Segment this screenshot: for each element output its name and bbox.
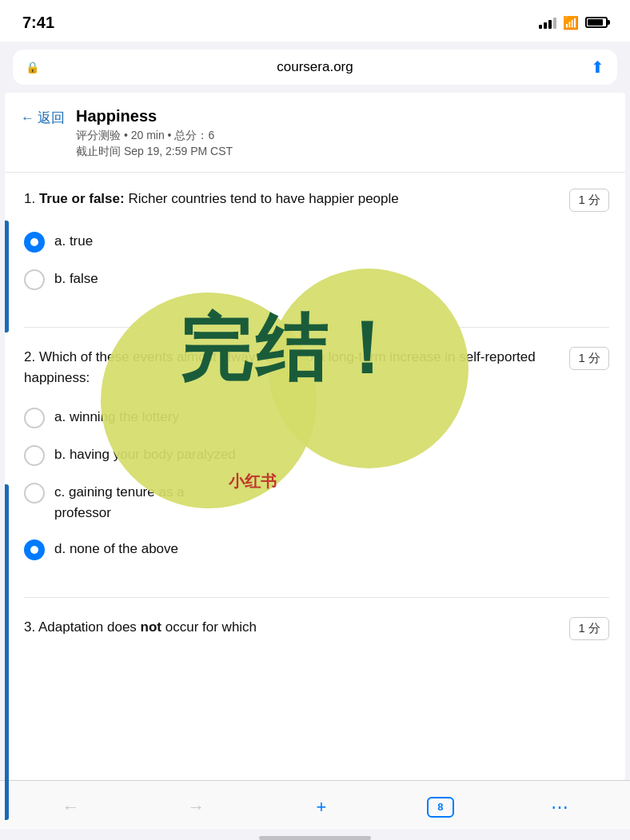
- wifi-icon: 📶: [563, 15, 579, 30]
- question-3-text: 3. Adaptation does not occur for which: [24, 617, 569, 638]
- radio-2c[interactable]: [24, 483, 45, 504]
- question-3-bold: not: [141, 619, 161, 635]
- question-1-bold: True or false:: [39, 191, 125, 206]
- radio-1a-inner: [30, 238, 38, 246]
- url-bar[interactable]: 🔒 coursera.org ⬆: [13, 50, 617, 85]
- browser-chrome: 🔒 coursera.org ⬆: [0, 42, 630, 93]
- share-icon[interactable]: ⬆: [591, 58, 604, 77]
- status-time: 7:41: [22, 14, 54, 32]
- question-1-text: 1. True or false: Richer countries tend …: [24, 189, 569, 209]
- question-3-before-bold: Adaptation does: [38, 619, 141, 635]
- nav-menu-button[interactable]: ⋯: [540, 791, 580, 823]
- option-2b-label: b. having your body paralyzed: [54, 444, 236, 465]
- browser-nav: ← → + 8 ⋯: [0, 780, 630, 830]
- question-2: 2. Which of these events almost always l…: [24, 347, 609, 568]
- page-content: ← 返回 Happiness 评分测验 • 20 min • 总分：6 截止时间…: [5, 93, 625, 780]
- option-2d-label: d. none of the above: [54, 539, 178, 559]
- question-3-number: 3.: [24, 619, 38, 635]
- radio-2b[interactable]: [24, 445, 45, 466]
- option-2b[interactable]: b. having your body paralyzed: [24, 436, 609, 474]
- option-2a-label: a. winning the lottery: [54, 407, 179, 428]
- signal-icon: [539, 16, 556, 29]
- question-2-header: 2. Which of these events almost always l…: [24, 347, 609, 388]
- status-icons: 📶: [539, 15, 608, 30]
- back-arrow-icon: ←: [21, 110, 34, 126]
- battery-icon: [585, 17, 608, 28]
- question-1-options: a. true b. false: [24, 223, 609, 298]
- quiz-deadline: 截止时间 Sep 19, 2:59 PM CST: [76, 145, 233, 159]
- question-1-rest: Richer countries tend to have happier pe…: [128, 191, 398, 206]
- radio-2d[interactable]: [24, 539, 45, 560]
- option-2c-label: c. gaining tenure as aprofessor: [54, 482, 185, 523]
- question-1-header: 1. True or false: Richer countries tend …: [24, 189, 609, 212]
- status-bar: 7:41 📶: [0, 0, 630, 42]
- question-3: 3. Adaptation does not occur for which 1…: [24, 617, 609, 640]
- option-2d[interactable]: d. none of the above: [24, 531, 609, 568]
- option-1a[interactable]: a. true: [24, 223, 609, 261]
- quiz-info: Happiness 评分测验 • 20 min • 总分：6 截止时间 Sep …: [76, 107, 233, 159]
- back-label: 返回: [38, 109, 65, 127]
- divider-1: [24, 327, 609, 328]
- question-3-after-bold: occur for which: [165, 619, 257, 635]
- home-indicator: [0, 830, 630, 840]
- url-text: coursera.org: [277, 59, 353, 75]
- option-1b[interactable]: b. false: [24, 261, 609, 298]
- question-2-number: 2.: [24, 349, 39, 364]
- option-1b-label: b. false: [54, 269, 98, 289]
- option-2a[interactable]: a. winning the lottery: [24, 399, 609, 436]
- nav-forward-button[interactable]: →: [176, 791, 216, 823]
- nav-back-button[interactable]: ←: [50, 791, 90, 823]
- question-3-header: 3. Adaptation does not occur for which 1…: [24, 617, 609, 640]
- quiz-header: ← 返回 Happiness 评分测验 • 20 min • 总分：6 截止时间…: [5, 93, 625, 173]
- question-3-score: 1 分: [569, 617, 609, 640]
- home-bar: [259, 836, 371, 840]
- option-2c[interactable]: c. gaining tenure as aprofessor: [24, 474, 609, 531]
- question-2-options: a. winning the lottery b. having your bo…: [24, 399, 609, 568]
- question-1-score: 1 分: [569, 189, 609, 212]
- questions-container: 1. True or false: Richer countries tend …: [5, 173, 625, 693]
- nav-new-tab-button[interactable]: +: [301, 791, 341, 823]
- radio-2d-inner: [30, 546, 38, 554]
- accent-bar-2: [5, 484, 9, 820]
- option-1a-label: a. true: [54, 231, 93, 252]
- radio-1a[interactable]: [24, 232, 45, 253]
- question-2-score: 1 分: [569, 347, 609, 370]
- question-2-text: 2. Which of these events almost always l…: [24, 347, 569, 388]
- divider-2: [24, 597, 609, 598]
- back-button[interactable]: ← 返回: [21, 109, 65, 127]
- radio-2a[interactable]: [24, 408, 45, 428]
- quiz-meta: 评分测验 • 20 min • 总分：6: [76, 129, 233, 143]
- quiz-title: Happiness: [76, 107, 233, 125]
- lock-icon: 🔒: [26, 61, 39, 74]
- question-1-number: 1.: [24, 191, 39, 206]
- nav-tabs-button[interactable]: 8: [427, 797, 454, 818]
- radio-1b[interactable]: [24, 269, 45, 290]
- question-1: 1. True or false: Richer countries tend …: [24, 189, 609, 298]
- question-2-rest: Which of these events almost always lead…: [24, 349, 536, 385]
- accent-bar-1: [5, 221, 9, 332]
